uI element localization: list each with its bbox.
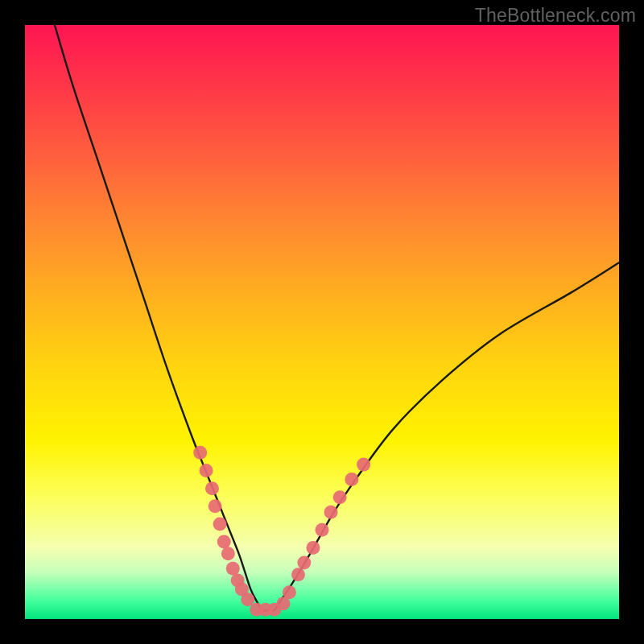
plot-area <box>25 25 619 619</box>
watermark-label: TheBottleneck.com <box>475 5 636 27</box>
chart-frame: TheBottleneck.com <box>0 0 644 644</box>
